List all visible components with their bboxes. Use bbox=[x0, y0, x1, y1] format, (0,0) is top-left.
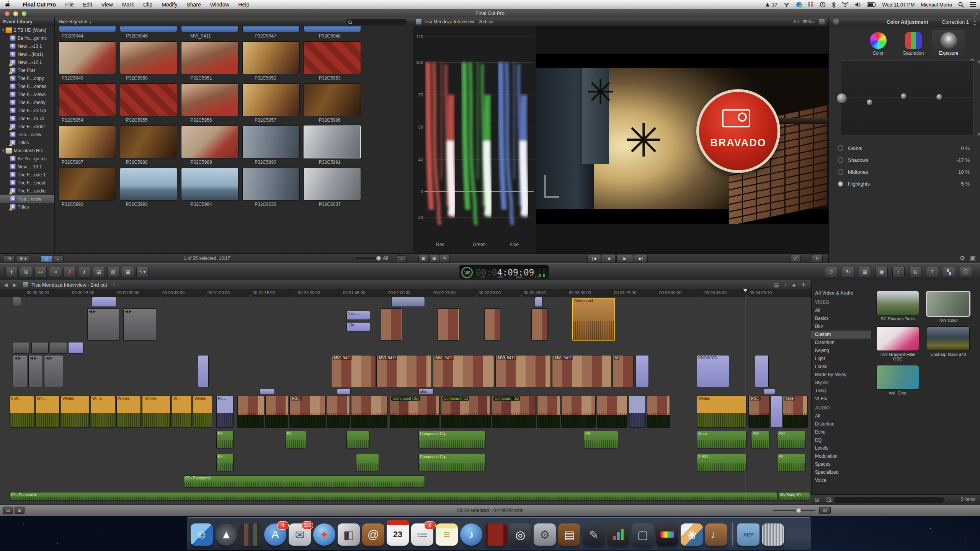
timeline-clip[interactable] bbox=[771, 396, 782, 428]
event-item[interactable]: ★The F…ode 1 bbox=[0, 171, 54, 179]
audio-meters[interactable] bbox=[538, 267, 546, 277]
timeline-clip-wh-[interactable]: Wh… bbox=[35, 396, 60, 428]
timeline-clip[interactable] bbox=[647, 396, 670, 428]
scope-edit-button[interactable]: ✎ bbox=[440, 255, 450, 263]
event-item[interactable]: ★The F…m 7d bbox=[0, 114, 54, 122]
timeline-clip-05-panoramic[interactable]: 05 - Panoramic bbox=[184, 475, 425, 487]
timeline-clip--[interactable]: ◀ ▶ bbox=[87, 308, 120, 341]
zoom-level-popup[interactable]: 39% ▾ bbox=[802, 19, 815, 24]
inspector-toggle[interactable]: ⓘ bbox=[960, 267, 972, 277]
updater-icon[interactable]: 17 bbox=[765, 1, 777, 8]
event-item[interactable]: ★The F…cenes bbox=[0, 82, 54, 90]
exposure-control-global[interactable]: Global0 % bbox=[829, 142, 980, 154]
library-group-macintosh-hd[interactable]: ▼Macintosh HD bbox=[0, 147, 54, 155]
audio-skimming-button[interactable]: ♪ bbox=[397, 255, 407, 262]
timeline-clip[interactable] bbox=[13, 297, 21, 307]
loop-toggle[interactable]: ↻ bbox=[842, 267, 854, 277]
clip-thumbnail[interactable] bbox=[304, 83, 361, 116]
transitions-browser[interactable]: ⧉ bbox=[909, 267, 921, 277]
dock-icon-trash[interactable] bbox=[762, 523, 784, 546]
clip-thumbnail[interactable] bbox=[242, 83, 300, 116]
clip-thumbnail[interactable] bbox=[59, 83, 116, 116]
clip-thumbnail[interactable] bbox=[304, 168, 361, 201]
clip-thumbnail[interactable] bbox=[242, 41, 300, 74]
dock-icon-iphoto[interactable]: ❀ bbox=[681, 523, 703, 546]
dock-icon-displays[interactable]: ▢ bbox=[632, 523, 654, 546]
timeline-clip[interactable] bbox=[635, 355, 649, 387]
select-tool-menu[interactable]: ↖▾ bbox=[136, 267, 149, 277]
clip-thumbnail-partial[interactable] bbox=[242, 26, 300, 32]
dock-icon-downloads-folder[interactable]: AEP bbox=[737, 523, 760, 546]
time-machine-icon[interactable] bbox=[820, 1, 826, 8]
color-gear-icon[interactable]: ⚙ bbox=[960, 254, 965, 262]
clip-thumbnail[interactable] bbox=[242, 126, 300, 158]
timeline-clip[interactable] bbox=[438, 308, 459, 341]
event-item[interactable]: ★The F…shoot bbox=[0, 179, 54, 187]
clip-thumbnail-partial[interactable] bbox=[181, 26, 238, 32]
timeline-view-button[interactable]: ⊞ bbox=[15, 507, 24, 514]
fx-category-made-by-mikey[interactable]: Made By Mikey bbox=[811, 371, 871, 379]
menu-view[interactable]: View bbox=[97, 2, 118, 8]
dock-icon-reminders[interactable]: ≔2 bbox=[411, 523, 433, 546]
clip-thumbnail[interactable] bbox=[59, 41, 116, 74]
exposure-control-shadows[interactable]: Shadows-17 % bbox=[829, 154, 980, 166]
radio-midtones[interactable] bbox=[838, 169, 843, 175]
filter-popup[interactable]: Hide Rejected ▲ bbox=[59, 19, 92, 24]
clip-thumbnail[interactable] bbox=[120, 83, 177, 116]
exposure-control-midtones[interactable]: Midtones10 % bbox=[829, 166, 980, 178]
timeline-clip-whites[interactable]: Whites bbox=[116, 396, 141, 428]
loop-playback-button[interactable]: ↻ bbox=[812, 255, 823, 263]
timeline-clip-1-in-[interactable]: 1 in… bbox=[346, 322, 370, 331]
connect-edit[interactable]: ⧟ bbox=[34, 267, 47, 277]
dock-icon-photo-booth-red[interactable] bbox=[485, 523, 507, 546]
music-browser[interactable]: ♪ bbox=[892, 267, 905, 277]
shadows-puck[interactable] bbox=[866, 99, 873, 106]
wifi-icon[interactable] bbox=[842, 1, 849, 8]
timeline-clip[interactable] bbox=[629, 396, 646, 428]
browser-search-input[interactable] bbox=[345, 19, 407, 25]
menu-window[interactable]: Window bbox=[206, 2, 234, 8]
menu-help[interactable]: Help bbox=[234, 2, 254, 8]
wifi-scanner-icon[interactable] bbox=[784, 1, 790, 8]
timeline-forward-button[interactable]: ▶ bbox=[13, 282, 17, 288]
menu-share[interactable]: Share bbox=[182, 2, 205, 8]
event-item[interactable]: ★New…-13 1 bbox=[0, 42, 54, 50]
scope-layout-button[interactable]: ⊞ bbox=[418, 255, 428, 263]
thumbnail-appearance-button[interactable]: ⊞ bbox=[4, 255, 15, 262]
timeline-clip-whites[interactable]: Whites bbox=[193, 396, 212, 428]
timeline-index-button[interactable]: ▤ bbox=[774, 282, 779, 288]
play-button[interactable]: ▶ bbox=[616, 255, 633, 263]
event-item[interactable]: ★New…(fcp1) bbox=[0, 50, 54, 58]
timeline-clip-mvi-9411[interactable]: MVI_9411 bbox=[552, 355, 611, 387]
event-item[interactable]: ★Tisa…rview bbox=[0, 130, 54, 139]
effect-item[interactable]: SC Sharpen Tools bbox=[875, 291, 920, 323]
timeline-clip-p3-[interactable]: P3… bbox=[289, 396, 326, 428]
event-item[interactable]: ★TItles bbox=[0, 139, 54, 147]
fx-category-keying[interactable]: Keying bbox=[811, 347, 871, 355]
timeline-clip[interactable] bbox=[337, 389, 351, 394]
clip-thumbnail-partial[interactable] bbox=[59, 26, 116, 32]
fx-category-blur[interactable]: Blur bbox=[811, 323, 871, 331]
timeline-clip-compound-clip[interactable]: Compound Clip bbox=[418, 431, 485, 448]
disclosure-triangle[interactable]: ▼ bbox=[2, 149, 5, 153]
playhead[interactable] bbox=[745, 289, 745, 504]
correction-stepper[interactable]: ▲▼ bbox=[973, 19, 977, 27]
menu-edit[interactable]: Edit bbox=[78, 2, 97, 8]
list-view-button[interactable]: ≡ bbox=[52, 255, 64, 262]
event-item[interactable]: ★New…-12 1 bbox=[0, 58, 54, 66]
playback-rate-dial[interactable]: 100 bbox=[461, 267, 473, 278]
timeline-ruler[interactable]: 00:00:00:0000:00:15:0000:00:30:0000:00:4… bbox=[0, 289, 811, 297]
global-puck[interactable] bbox=[836, 93, 847, 104]
library-group-2tb-hd[interactable]: ▼2 TB HD (Work) bbox=[0, 26, 54, 34]
midtones-puck[interactable] bbox=[900, 93, 907, 99]
timeline-clip-mvi-9411[interactable]: MVI_9411 bbox=[376, 355, 432, 387]
timeline-clip[interactable] bbox=[13, 342, 30, 354]
minimize-window-button[interactable] bbox=[13, 11, 18, 16]
audio-solo-button[interactable]: ♪ bbox=[784, 282, 787, 288]
timeline-clip--[interactable]: ◀ ▶ bbox=[44, 355, 63, 387]
dock-icon-garageband[interactable]: ♩ bbox=[705, 523, 727, 546]
titles-browser[interactable]: T bbox=[926, 267, 938, 277]
timeline-clip-p32[interactable]: P32 bbox=[751, 431, 769, 448]
sync-check-icon[interactable] bbox=[796, 1, 802, 8]
dock-icon-safari[interactable]: ✦ bbox=[313, 523, 335, 546]
